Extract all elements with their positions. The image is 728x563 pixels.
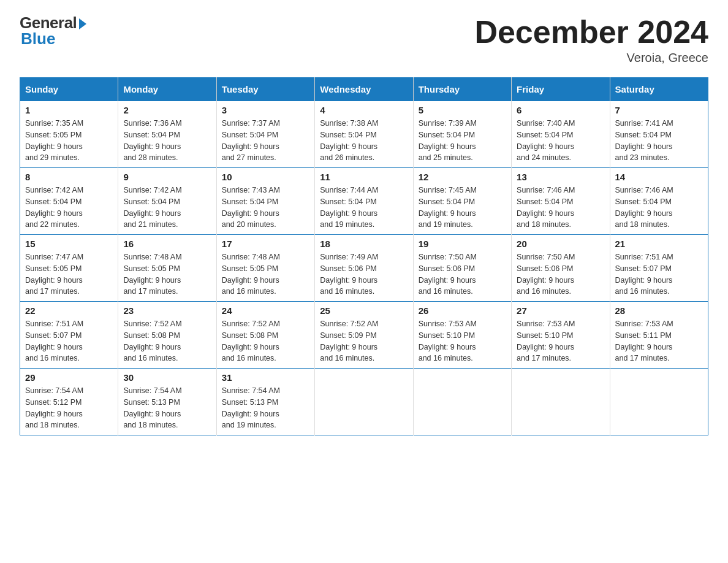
page-header: General Blue December 2024 Veroia, Greec… (20, 15, 708, 65)
title-block: December 2024 Veroia, Greece (474, 15, 708, 65)
calendar-cell: 25 Sunrise: 7:52 AM Sunset: 5:09 PM Dayl… (315, 302, 413, 369)
calendar-cell: 12 Sunrise: 7:45 AM Sunset: 5:04 PM Dayl… (413, 168, 511, 235)
calendar-cell: 2 Sunrise: 7:36 AM Sunset: 5:04 PM Dayli… (118, 101, 216, 168)
day-number: 4 (320, 105, 408, 115)
day-number: 16 (123, 239, 211, 249)
calendar-cell: 22 Sunrise: 7:51 AM Sunset: 5:07 PM Dayl… (20, 302, 118, 369)
day-number: 15 (25, 239, 113, 249)
day-info: Sunrise: 7:49 AM Sunset: 5:06 PM Dayligh… (320, 251, 408, 297)
calendar-cell: 27 Sunrise: 7:53 AM Sunset: 5:10 PM Dayl… (512, 302, 610, 369)
day-info: Sunrise: 7:53 AM Sunset: 5:11 PM Dayligh… (615, 318, 703, 364)
day-number: 24 (222, 305, 309, 316)
day-number: 21 (615, 239, 703, 249)
calendar-cell: 4 Sunrise: 7:38 AM Sunset: 5:04 PM Dayli… (315, 101, 413, 168)
day-number: 13 (517, 172, 604, 182)
day-info: Sunrise: 7:36 AM Sunset: 5:04 PM Dayligh… (123, 118, 211, 164)
day-number: 12 (419, 172, 506, 182)
week-row-4: 22 Sunrise: 7:51 AM Sunset: 5:07 PM Dayl… (20, 302, 708, 369)
day-number: 20 (517, 239, 604, 249)
day-number: 3 (222, 105, 309, 115)
logo: General Blue (20, 15, 86, 47)
calendar-cell: 29 Sunrise: 7:54 AM Sunset: 5:12 PM Dayl… (20, 369, 118, 435)
calendar-cell: 9 Sunrise: 7:42 AM Sunset: 5:04 PM Dayli… (118, 168, 216, 235)
day-number: 9 (123, 172, 211, 182)
day-info: Sunrise: 7:52 AM Sunset: 5:08 PM Dayligh… (123, 318, 211, 364)
day-info: Sunrise: 7:53 AM Sunset: 5:10 PM Dayligh… (517, 318, 604, 364)
calendar-cell: 23 Sunrise: 7:52 AM Sunset: 5:08 PM Dayl… (118, 302, 216, 369)
day-number: 25 (320, 305, 408, 316)
day-number: 10 (222, 172, 309, 182)
calendar-cell: 19 Sunrise: 7:50 AM Sunset: 5:06 PM Dayl… (413, 235, 511, 302)
day-number: 6 (517, 105, 604, 115)
day-info: Sunrise: 7:53 AM Sunset: 5:10 PM Dayligh… (419, 318, 506, 364)
logo-general-text: General (20, 15, 77, 31)
day-info: Sunrise: 7:45 AM Sunset: 5:04 PM Dayligh… (419, 185, 506, 231)
week-row-1: 1 Sunrise: 7:35 AM Sunset: 5:05 PM Dayli… (20, 101, 708, 168)
calendar-cell (413, 369, 511, 435)
calendar-cell: 5 Sunrise: 7:39 AM Sunset: 5:04 PM Dayli… (413, 101, 511, 168)
day-info: Sunrise: 7:47 AM Sunset: 5:05 PM Dayligh… (25, 251, 113, 297)
day-info: Sunrise: 7:38 AM Sunset: 5:04 PM Dayligh… (320, 118, 408, 164)
calendar-cell: 10 Sunrise: 7:43 AM Sunset: 5:04 PM Dayl… (216, 168, 314, 235)
calendar-cell: 18 Sunrise: 7:49 AM Sunset: 5:06 PM Dayl… (315, 235, 413, 302)
calendar-body: 1 Sunrise: 7:35 AM Sunset: 5:05 PM Dayli… (20, 101, 708, 435)
calendar-cell (610, 369, 708, 435)
calendar-cell (315, 369, 413, 435)
day-info: Sunrise: 7:42 AM Sunset: 5:04 PM Dayligh… (25, 185, 113, 231)
location: Veroia, Greece (474, 51, 708, 65)
calendar-cell (512, 369, 610, 435)
day-info: Sunrise: 7:54 AM Sunset: 5:13 PM Dayligh… (123, 385, 211, 431)
day-number: 18 (320, 239, 408, 249)
day-number: 28 (615, 305, 703, 316)
day-number: 17 (222, 239, 309, 249)
day-info: Sunrise: 7:54 AM Sunset: 5:13 PM Dayligh… (222, 385, 309, 431)
calendar-cell: 13 Sunrise: 7:46 AM Sunset: 5:04 PM Dayl… (512, 168, 610, 235)
day-info: Sunrise: 7:51 AM Sunset: 5:07 PM Dayligh… (25, 318, 113, 364)
header-friday: Friday (512, 78, 610, 101)
day-info: Sunrise: 7:39 AM Sunset: 5:04 PM Dayligh… (419, 118, 506, 164)
calendar-cell: 31 Sunrise: 7:54 AM Sunset: 5:13 PM Dayl… (216, 369, 314, 435)
day-number: 26 (419, 305, 506, 316)
day-info: Sunrise: 7:40 AM Sunset: 5:04 PM Dayligh… (517, 118, 604, 164)
logo-arrow-icon (79, 18, 86, 29)
day-number: 23 (123, 305, 211, 316)
header-wednesday: Wednesday (315, 78, 413, 101)
month-title: December 2024 (474, 15, 708, 50)
day-info: Sunrise: 7:50 AM Sunset: 5:06 PM Dayligh… (517, 251, 604, 297)
calendar-cell: 14 Sunrise: 7:46 AM Sunset: 5:04 PM Dayl… (610, 168, 708, 235)
day-number: 27 (517, 305, 604, 316)
day-info: Sunrise: 7:52 AM Sunset: 5:08 PM Dayligh… (222, 318, 309, 364)
calendar-cell: 6 Sunrise: 7:40 AM Sunset: 5:04 PM Dayli… (512, 101, 610, 168)
day-info: Sunrise: 7:46 AM Sunset: 5:04 PM Dayligh… (615, 185, 703, 231)
week-row-3: 15 Sunrise: 7:47 AM Sunset: 5:05 PM Dayl… (20, 235, 708, 302)
calendar-cell: 8 Sunrise: 7:42 AM Sunset: 5:04 PM Dayli… (20, 168, 118, 235)
calendar-cell: 24 Sunrise: 7:52 AM Sunset: 5:08 PM Dayl… (216, 302, 314, 369)
logo-blue-text: Blue (21, 31, 86, 47)
day-info: Sunrise: 7:35 AM Sunset: 5:05 PM Dayligh… (25, 118, 113, 164)
header-sunday: Sunday (20, 78, 118, 101)
day-info: Sunrise: 7:54 AM Sunset: 5:12 PM Dayligh… (25, 385, 113, 431)
day-number: 19 (419, 239, 506, 249)
day-number: 8 (25, 172, 113, 182)
calendar-cell: 1 Sunrise: 7:35 AM Sunset: 5:05 PM Dayli… (20, 101, 118, 168)
calendar-cell: 17 Sunrise: 7:48 AM Sunset: 5:05 PM Dayl… (216, 235, 314, 302)
calendar-cell: 30 Sunrise: 7:54 AM Sunset: 5:13 PM Dayl… (118, 369, 216, 435)
day-number: 30 (123, 372, 211, 383)
calendar-header-row: SundayMondayTuesdayWednesdayThursdayFrid… (20, 78, 708, 101)
header-monday: Monday (118, 78, 216, 101)
calendar-cell: 28 Sunrise: 7:53 AM Sunset: 5:11 PM Dayl… (610, 302, 708, 369)
day-info: Sunrise: 7:37 AM Sunset: 5:04 PM Dayligh… (222, 118, 309, 164)
week-row-5: 29 Sunrise: 7:54 AM Sunset: 5:12 PM Dayl… (20, 369, 708, 435)
calendar-cell: 16 Sunrise: 7:48 AM Sunset: 5:05 PM Dayl… (118, 235, 216, 302)
day-info: Sunrise: 7:44 AM Sunset: 5:04 PM Dayligh… (320, 185, 408, 231)
day-number: 7 (615, 105, 703, 115)
calendar-cell: 7 Sunrise: 7:41 AM Sunset: 5:04 PM Dayli… (610, 101, 708, 168)
day-number: 22 (25, 305, 113, 316)
calendar-cell: 3 Sunrise: 7:37 AM Sunset: 5:04 PM Dayli… (216, 101, 314, 168)
week-row-2: 8 Sunrise: 7:42 AM Sunset: 5:04 PM Dayli… (20, 168, 708, 235)
day-info: Sunrise: 7:41 AM Sunset: 5:04 PM Dayligh… (615, 118, 703, 164)
day-info: Sunrise: 7:52 AM Sunset: 5:09 PM Dayligh… (320, 318, 408, 364)
day-info: Sunrise: 7:51 AM Sunset: 5:07 PM Dayligh… (615, 251, 703, 297)
calendar-table: SundayMondayTuesdayWednesdayThursdayFrid… (20, 77, 708, 435)
day-info: Sunrise: 7:46 AM Sunset: 5:04 PM Dayligh… (517, 185, 604, 231)
